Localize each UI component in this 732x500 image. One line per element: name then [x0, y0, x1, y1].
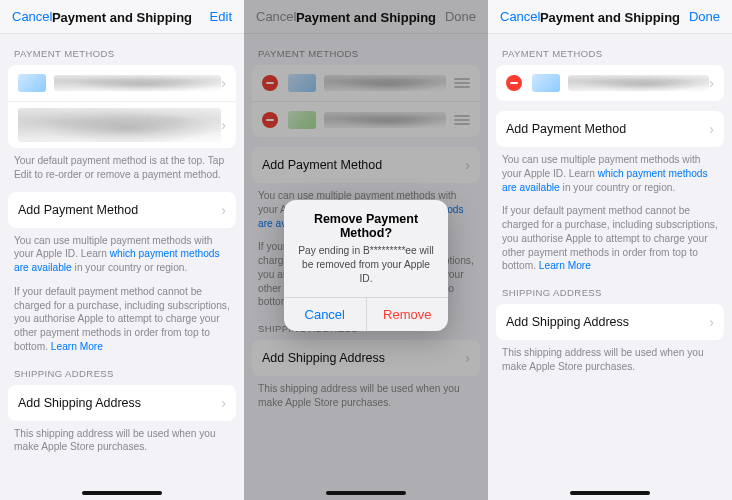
alert-title: Remove Payment Method?	[284, 200, 448, 244]
alert-message: Pay ending in B*********ee will be remov…	[284, 244, 448, 297]
home-indicator	[326, 491, 406, 495]
chevron-right-icon: ›	[709, 76, 714, 90]
chevron-right-icon: ›	[709, 315, 714, 329]
home-indicator	[570, 491, 650, 495]
chevron-right-icon: ›	[221, 76, 226, 90]
section-header-shipping: SHIPPING ADDRESS	[0, 354, 244, 385]
payment-method-row[interactable]: ›	[8, 101, 236, 148]
footer-multi: You can use multiple payment methods wit…	[488, 147, 732, 194]
footer-shipping: This shipping address will be used when …	[0, 421, 244, 455]
section-header-shipping: SHIPPING ADDRESS	[488, 273, 732, 304]
card-icon	[18, 74, 46, 92]
add-shipping-label: Add Shipping Address	[506, 315, 709, 329]
footer-shipping: This shipping address will be used when …	[488, 340, 732, 374]
footer-reorder: Your default payment method is at the to…	[0, 148, 244, 182]
add-payment-row[interactable]: Add Payment Method ›	[496, 111, 724, 147]
chevron-right-icon: ›	[221, 203, 226, 217]
page-title: Payment and Shipping	[52, 10, 192, 25]
learn-more-link[interactable]: Learn More	[51, 341, 103, 352]
remove-payment-alert: Remove Payment Method? Pay ending in B**…	[284, 200, 448, 331]
add-payment-label: Add Payment Method	[18, 203, 221, 217]
payment-methods-group: › ›	[8, 65, 236, 148]
add-shipping-label: Add Shipping Address	[18, 396, 221, 410]
payment-method-row[interactable]: ›	[8, 65, 236, 101]
cancel-button[interactable]: Cancel	[500, 9, 540, 24]
remove-icon[interactable]	[506, 75, 522, 91]
learn-more-link[interactable]: Learn More	[539, 260, 591, 271]
section-header-payment: PAYMENT METHODS	[488, 34, 732, 65]
footer-charge: If your default payment method cannot be…	[0, 275, 244, 354]
payment-methods-edit-group: ›	[496, 65, 724, 101]
add-payment-group: Add Payment Method ›	[8, 192, 236, 228]
shipping-group: Add Shipping Address ›	[496, 304, 724, 340]
section-header-payment: PAYMENT METHODS	[0, 34, 244, 65]
chevron-right-icon: ›	[709, 122, 714, 136]
footer-multi: You can use multiple payment methods wit…	[0, 228, 244, 275]
nav-bar: Cancel Payment and Shipping Done	[488, 0, 732, 34]
shipping-group: Add Shipping Address ›	[8, 385, 236, 421]
chevron-right-icon: ›	[221, 118, 226, 132]
done-button[interactable]: Done	[689, 9, 720, 24]
page-title: Payment and Shipping	[540, 10, 680, 25]
payment-redacted	[18, 108, 221, 142]
edit-button[interactable]: Edit	[210, 9, 232, 24]
alert-cancel-button[interactable]: Cancel	[284, 298, 366, 331]
chevron-right-icon: ›	[221, 396, 226, 410]
alert-remove-button[interactable]: Remove	[366, 298, 449, 331]
add-shipping-row[interactable]: Add Shipping Address ›	[8, 385, 236, 421]
home-indicator	[82, 491, 162, 495]
payment-redacted	[568, 75, 709, 91]
cancel-button[interactable]: Cancel	[12, 9, 52, 24]
card-icon	[532, 74, 560, 92]
nav-bar: Cancel Payment and Shipping Edit	[0, 0, 244, 34]
payment-method-edit-row[interactable]: ›	[496, 65, 724, 101]
add-payment-group: Add Payment Method ›	[496, 111, 724, 147]
footer-charge: If your default payment method cannot be…	[488, 194, 732, 273]
payment-redacted	[54, 75, 221, 91]
add-shipping-row[interactable]: Add Shipping Address ›	[496, 304, 724, 340]
add-payment-row[interactable]: Add Payment Method ›	[8, 192, 236, 228]
add-payment-label: Add Payment Method	[506, 122, 709, 136]
